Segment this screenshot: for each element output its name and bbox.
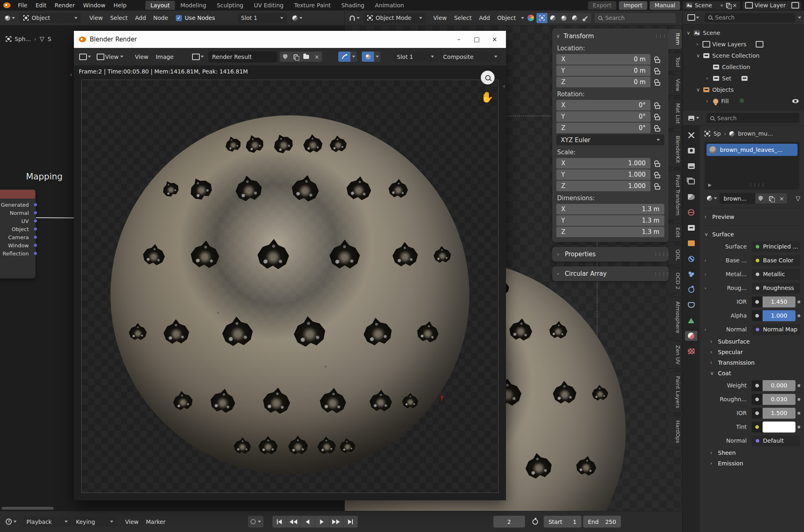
shader-menu-view[interactable]: View — [86, 13, 106, 22]
properties-tab-data[interactable] — [685, 316, 697, 325]
material-slot-selected[interactable]: brown_mud_leaves_... — [707, 144, 798, 156]
properties-tab-world[interactable] — [685, 208, 697, 217]
material-name-field[interactable]: brown... — [720, 193, 755, 204]
panel-grip-icon[interactable]: ⋮⋮⋮⋮ — [654, 253, 664, 255]
sidebar-tab-ocd-2[interactable]: OCD 2 — [668, 268, 682, 294]
lock-toggle[interactable] — [651, 67, 664, 74]
property-color[interactable] — [752, 422, 795, 433]
properties-tab-material[interactable] — [685, 331, 697, 341]
sidebar-tab-edit[interactable]: Edit — [668, 223, 682, 242]
image-datablock-dropdown[interactable] — [191, 53, 206, 61]
workspace-tab-texture-paint[interactable]: Texture Paint — [289, 1, 336, 10]
sidebar-tab-blenderkit[interactable]: BlenderKit — [668, 131, 682, 168]
render-pass-selector[interactable]: Composite — [440, 52, 501, 62]
render-slot-selector[interactable]: Slot 1 — [393, 52, 437, 62]
pin-icon[interactable]: ⌖ — [720, 2, 724, 9]
new-scene-icon[interactable] — [726, 3, 730, 8]
transform-input-x[interactable]: X0° — [556, 100, 651, 110]
property-input[interactable]: Default — [752, 435, 800, 446]
shading-wire-button[interactable] — [569, 13, 580, 23]
expander-icon[interactable]: › — [706, 76, 710, 81]
shading-material-button[interactable] — [547, 13, 558, 23]
scene-selector[interactable]: Scene ⌖ × — [683, 1, 740, 10]
node-socket-object[interactable] — [33, 227, 37, 231]
section-sheen[interactable]: ›Sheen — [705, 448, 800, 458]
unlink-scene-icon[interactable]: × — [733, 2, 737, 9]
expander-icon[interactable]: ∨ — [696, 87, 700, 93]
transform-input-z[interactable]: Z1.3 m — [556, 227, 664, 237]
viewport-search-input[interactable]: Search — [594, 13, 676, 23]
material-preview-icon[interactable] — [527, 15, 534, 21]
fake-user-shield-icon[interactable] — [280, 52, 290, 62]
use-nodes-checkbox[interactable]: ✓ Use Nodes — [176, 15, 215, 21]
lock-toggle[interactable] — [651, 183, 664, 190]
transform-input-x[interactable]: X1.3 m — [556, 204, 664, 214]
render-window-titlebar[interactable]: Blender Render – □ × — [74, 31, 506, 48]
resize-grip-icon[interactable]: ⋮⋮⋮⋮ — [749, 184, 759, 186]
transform-input-z[interactable]: Z0 m — [556, 77, 651, 87]
properties-tab-constraint[interactable] — [685, 300, 697, 310]
transform-input-x[interactable]: X0 m — [556, 54, 651, 65]
sidebar-tab-zen-uv[interactable]: Zen UV — [668, 341, 682, 369]
manual-button[interactable]: Manual — [650, 1, 680, 10]
expand-caret-icon[interactable]: › — [705, 272, 710, 277]
material-datablock-dropdown[interactable] — [290, 14, 305, 22]
visibility-eye-icon[interactable] — [792, 99, 799, 103]
auto-key-button[interactable] — [248, 516, 264, 528]
viewport-menu-view[interactable]: View — [430, 13, 450, 22]
slot-selector[interactable]: Slot 1 — [238, 13, 287, 23]
property-input[interactable]: Normal Map — [752, 324, 800, 335]
shader-menu-add[interactable]: Add — [131, 13, 149, 22]
property-input[interactable]: Metallic — [752, 269, 800, 280]
lock-toggle[interactable] — [651, 79, 664, 86]
properties-tab-viewlayer[interactable] — [685, 177, 697, 186]
properties-tab-object[interactable] — [685, 238, 697, 248]
decorator-dot-icon[interactable] — [798, 412, 800, 415]
outliner-row-scene[interactable]: ∨Scene — [687, 27, 802, 39]
property-input[interactable]: Base Color — [752, 255, 800, 266]
shading-rendered-button[interactable] — [558, 13, 569, 23]
properties-tab-render[interactable] — [685, 146, 697, 156]
lock-toggle[interactable] — [651, 125, 664, 132]
section-transmission[interactable]: ›Transmission — [705, 357, 800, 368]
unlink-material-icon[interactable]: × — [776, 193, 787, 203]
coat-section-header[interactable]: ∨Coat — [705, 368, 800, 378]
expand-caret-icon[interactable]: › — [705, 258, 710, 263]
properties-tab-modifier[interactable] — [685, 254, 697, 264]
expander-icon[interactable]: ∨ — [696, 53, 700, 58]
properties-tab-texture[interactable] — [685, 346, 697, 356]
properties-tab-output[interactable] — [685, 161, 697, 171]
sidebar-tab-hardops[interactable]: HardOps — [668, 416, 682, 448]
property-slider[interactable]: 0.000 — [752, 380, 795, 391]
section-emission[interactable]: ›Emission — [705, 458, 800, 469]
copy-image-icon[interactable] — [290, 52, 301, 62]
expand-arrow-icon[interactable]: ▶ — [708, 182, 711, 188]
prev-keyframe-button[interactable] — [287, 516, 301, 528]
decorator-dot-icon[interactable] — [798, 398, 800, 401]
workspace-tab-uv-editing[interactable]: UV Editing — [249, 1, 289, 10]
transform-input-x[interactable]: X1.000 — [556, 158, 651, 169]
expand-caret-icon[interactable]: › — [705, 285, 710, 291]
gizmo-toggle[interactable] — [338, 52, 357, 62]
shading-solid-button[interactable] — [536, 13, 547, 23]
panel-grip-icon[interactable]: ⋮⋮⋮⋮ — [655, 35, 664, 37]
outliner-row-scene-collection[interactable]: ∨Scene Collection — [687, 50, 802, 61]
preview-section-header[interactable]: ›Preview — [705, 212, 800, 222]
workspace-tab-animation[interactable]: Animation — [370, 1, 409, 10]
node-socket-generated[interactable] — [33, 203, 37, 207]
outliner-row-objects[interactable]: ∨Objects — [687, 84, 802, 95]
play-reverse-button[interactable] — [301, 516, 315, 528]
blender-logo-icon[interactable] — [3, 2, 11, 8]
jump-to-end-button[interactable] — [344, 516, 358, 528]
transform-input-y[interactable]: Y1.3 m — [556, 215, 664, 226]
transform-input-z[interactable]: Z0° — [556, 123, 651, 133]
maximize-button[interactable]: □ — [468, 31, 486, 48]
property-slider[interactable]: 1.500 — [752, 408, 795, 419]
render-menu-image[interactable]: Image — [152, 52, 177, 61]
expander-icon[interactable]: › — [706, 98, 710, 104]
shader-menu-select[interactable]: Select — [106, 13, 131, 22]
outliner-row-view-layers[interactable]: ›View Layers — [687, 39, 802, 50]
jump-to-start-button[interactable] — [272, 516, 287, 528]
section-specular[interactable]: ›Specular — [705, 347, 800, 357]
horizontal-scrollbar[interactable] — [2, 507, 54, 510]
